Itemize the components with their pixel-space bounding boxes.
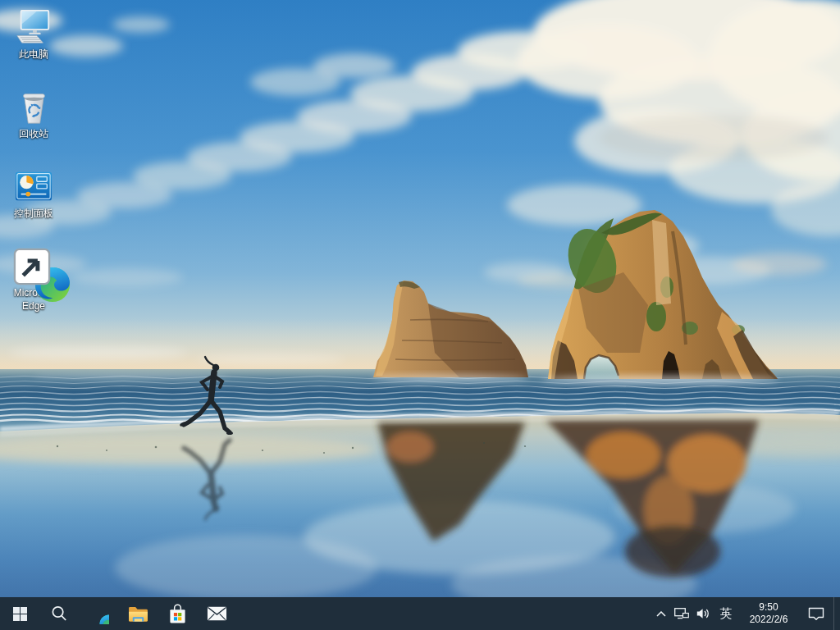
beach-wallpaper-image xyxy=(0,0,840,597)
edge-icon xyxy=(89,604,109,624)
volume-icon xyxy=(696,608,710,619)
desktop-icon-grid: 此电脑 回收站 控制面板 Microsoft Edge xyxy=(2,5,66,323)
desktop-icon-control-panel[interactable]: 控制面板 xyxy=(2,164,66,244)
network-tray-button[interactable] xyxy=(671,597,692,630)
desktop-icon-this-pc[interactable]: 此电脑 xyxy=(2,5,66,84)
taskbar-mail-button[interactable] xyxy=(197,597,236,630)
action-center-button[interactable] xyxy=(799,597,833,630)
desktop-icon-label: 控制面板 xyxy=(14,208,53,221)
shortcut-arrow-icon xyxy=(13,248,51,285)
volume-tray-button[interactable] xyxy=(692,597,714,630)
desktop-icon-microsoft-edge[interactable]: Microsoft Edge xyxy=(2,244,66,323)
search-icon xyxy=(51,605,67,622)
control-panel-icon xyxy=(15,167,52,205)
mail-envelope-icon xyxy=(207,606,227,621)
desktop-icon-label: 此电脑 xyxy=(19,48,48,62)
store-bag-icon xyxy=(168,603,187,624)
windows-desktop[interactable]: 此电脑 回收站 控制面板 Microsoft Edge xyxy=(0,0,840,630)
ime-indicator-button[interactable]: 英 xyxy=(714,597,738,630)
taskbar-store-button[interactable] xyxy=(158,597,197,630)
desktop-icon-label: 回收站 xyxy=(19,128,48,141)
tray-time: 9:50 xyxy=(742,601,796,614)
this-pc-icon xyxy=(15,8,52,46)
ime-language-label: 英 xyxy=(720,606,733,622)
search-button[interactable] xyxy=(39,597,79,630)
action-center-icon xyxy=(808,607,824,621)
taskbar: 英 9:50 2022/2/6 xyxy=(0,597,840,630)
folder-icon xyxy=(128,605,148,623)
windows-logo-icon xyxy=(13,607,27,621)
recycle-bin-icon xyxy=(15,88,52,126)
edge-icon xyxy=(15,247,52,285)
tray-date: 2022/2/6 xyxy=(742,614,796,626)
show-desktop-strip[interactable] xyxy=(833,597,840,630)
chevron-up-icon xyxy=(656,611,666,617)
system-tray: 英 9:50 2022/2/6 xyxy=(651,597,840,630)
desktop-icon-recycle-bin[interactable]: 回收站 xyxy=(2,84,66,164)
network-icon xyxy=(674,608,689,619)
taskbar-file-explorer-button[interactable] xyxy=(118,597,158,630)
desktop-wallpaper xyxy=(0,0,840,597)
start-button[interactable] xyxy=(0,597,39,630)
clock-button[interactable]: 9:50 2022/2/6 xyxy=(738,597,799,630)
taskbar-edge-button[interactable] xyxy=(79,597,118,630)
show-hidden-icons-button[interactable] xyxy=(651,597,671,630)
